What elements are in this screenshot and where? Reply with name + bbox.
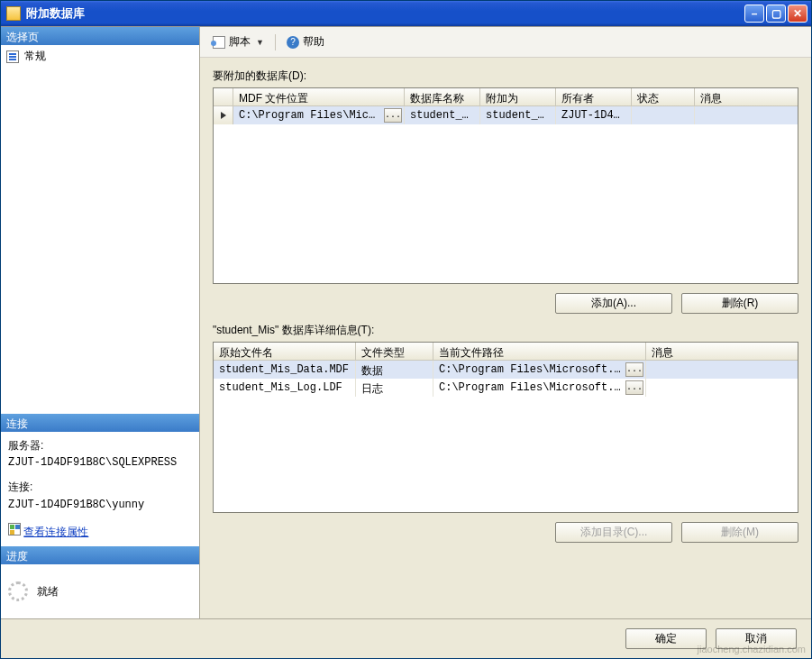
progress-panel: 就绪 [1, 564, 199, 618]
browse-button[interactable]: ... [384, 108, 402, 123]
dialog-body: 选择页 常规 连接 服务器: ZJUT-1D4DF91B8C\SQLEXPRES… [1, 26, 811, 618]
cell-file-type: 日志 [356, 379, 433, 397]
script-icon [213, 36, 225, 49]
help-label: 帮助 [303, 34, 324, 50]
minimize-button[interactable]: – [744, 5, 764, 23]
cell-db-name[interactable]: student_Mis [405, 106, 480, 124]
connection-info: 服务器: ZJUT-1D4DF91B8C\SQLEXPRESS 连接: ZJUT… [1, 432, 199, 546]
dialog-footer: 确定 取消 [1, 618, 811, 658]
progress-status: 就绪 [37, 584, 59, 600]
chevron-down-icon: ▼ [256, 38, 264, 47]
table-row[interactable]: student_Mis_Data.MDF 数据 C:\Program Files… [214, 361, 798, 379]
remove-button[interactable]: 删除(R) [681, 293, 798, 314]
attach-db-label: 要附加的数据库(D): [213, 69, 798, 84]
help-button[interactable]: ? 帮助 [283, 32, 328, 51]
script-button[interactable]: 脚本 ▼ [209, 32, 268, 51]
window-title: 附加数据库 [26, 5, 744, 22]
main-panel: 脚本 ▼ ? 帮助 要附加的数据库(D): MDF 文件位置 数据库名称 [200, 27, 811, 618]
sidebar: 选择页 常规 连接 服务器: ZJUT-1D4DF91B8C\SQLEXPRES… [1, 27, 200, 618]
cell-message [695, 106, 798, 124]
detail-buttons: 添加目录(C)... 删除(M) [213, 522, 798, 543]
col-db-name[interactable]: 数据库名称 [405, 88, 480, 105]
col-file-type[interactable]: 文件类型 [356, 343, 433, 360]
titlebar: 附加数据库 – ▢ ✕ [1, 1, 811, 26]
col-status[interactable]: 状态 [632, 88, 695, 105]
sidebar-item-general[interactable]: 常规 [1, 45, 199, 68]
cell-original-filename[interactable]: student_Mis_Data.MDF [214, 361, 356, 379]
col-mdf-location[interactable]: MDF 文件位置 [233, 88, 405, 105]
cell-mdf-location[interactable]: C:\Program Files\Micr... ... [233, 106, 405, 124]
server-value: ZJUT-1D4DF91B8C\SQLEXPRESS [8, 454, 192, 471]
maximize-button[interactable]: ▢ [766, 5, 786, 23]
page-list: 常规 [1, 45, 199, 414]
ok-button[interactable]: 确定 [625, 628, 707, 649]
content-area: 要附加的数据库(D): MDF 文件位置 数据库名称 附加为 所有者 状态 消息 [200, 58, 811, 618]
spinner-icon [8, 581, 28, 601]
view-connection-properties[interactable]: 查看连接属性 [8, 523, 192, 541]
add-directory-button: 添加目录(C)... [555, 522, 672, 543]
script-label: 脚本 [229, 34, 251, 50]
server-label: 服务器: [8, 437, 192, 454]
cell-detail-message [646, 379, 798, 397]
conn-value: ZJUT-1D4DF91B8C\yunny [8, 497, 192, 514]
db-details-label: "student_Mis" 数据库详细信息(T): [213, 323, 798, 338]
table-row[interactable]: student_Mis_Log.LDF 日志 C:\Program Files\… [214, 379, 798, 397]
col-owner[interactable]: 所有者 [556, 88, 632, 105]
cell-current-path[interactable]: C:\Program Files\Microsoft... ... [433, 361, 646, 379]
properties-icon [8, 523, 21, 535]
cell-detail-message [646, 361, 798, 379]
col-current-path[interactable]: 当前文件路径 [433, 343, 646, 360]
col-detail-message[interactable]: 消息 [646, 343, 798, 360]
col-attach-as[interactable]: 附加为 [480, 88, 556, 105]
cell-file-type: 数据 [356, 361, 433, 379]
table-row[interactable]: C:\Program Files\Micr... ... student_Mis… [214, 106, 798, 124]
col-original-filename[interactable]: 原始文件名 [214, 343, 356, 360]
progress-header: 进度 [1, 546, 199, 564]
cell-attach-as[interactable]: student_Mis [480, 106, 556, 124]
database-details-grid[interactable]: 原始文件名 文件类型 当前文件路径 消息 student_Mis_Data.MD… [213, 342, 798, 513]
browse-button[interactable]: ... [625, 362, 643, 377]
view-props-link[interactable]: 查看连接属性 [23, 526, 88, 538]
close-button[interactable]: ✕ [788, 5, 807, 23]
page-icon [6, 50, 19, 63]
row-selector[interactable] [214, 106, 233, 124]
cell-owner[interactable]: ZJUT-1D4... [556, 106, 632, 124]
toolbar-separator [275, 34, 276, 50]
grid-header: MDF 文件位置 数据库名称 附加为 所有者 状态 消息 [214, 88, 798, 106]
cell-status [632, 106, 695, 124]
window-buttons: – ▢ ✕ [744, 5, 811, 23]
attach-buttons: 添加(A)... 删除(R) [213, 293, 798, 314]
arrow-right-icon [221, 112, 226, 119]
toolbar: 脚本 ▼ ? 帮助 [200, 27, 811, 58]
select-page-header: 选择页 [1, 27, 199, 45]
conn-label: 连接: [8, 479, 192, 496]
cancel-button[interactable]: 取消 [716, 628, 797, 649]
attach-database-dialog: 附加数据库 – ▢ ✕ 选择页 常规 连接 服务器: ZJUT-1D4DF91B… [0, 0, 812, 659]
add-button[interactable]: 添加(A)... [555, 293, 672, 314]
cell-original-filename[interactable]: student_Mis_Log.LDF [214, 379, 356, 397]
help-icon: ? [287, 36, 299, 49]
col-message[interactable]: 消息 [695, 88, 798, 105]
databases-to-attach-grid[interactable]: MDF 文件位置 数据库名称 附加为 所有者 状态 消息 C:\Program … [213, 87, 798, 284]
sidebar-item-label: 常规 [24, 49, 46, 64]
grid-header: 原始文件名 文件类型 当前文件路径 消息 [214, 343, 798, 361]
remove-detail-button: 删除(M) [681, 522, 798, 543]
browse-button[interactable]: ... [625, 380, 643, 395]
database-icon [6, 6, 21, 21]
cell-current-path[interactable]: C:\Program Files\Microsoft... ... [433, 379, 646, 397]
connection-header: 连接 [1, 414, 199, 432]
